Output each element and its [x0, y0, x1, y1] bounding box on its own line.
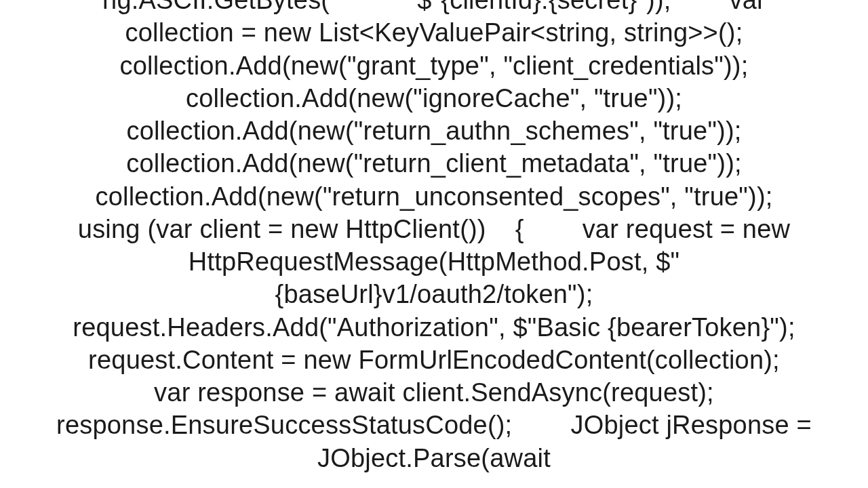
code-text: ng.ASCII.GetBytes( $"{clientId}:{secret}…: [47, 0, 821, 474]
code-snippet-container: ng.ASCII.GetBytes( $"{clientId}:{secret}…: [0, 0, 868, 488]
